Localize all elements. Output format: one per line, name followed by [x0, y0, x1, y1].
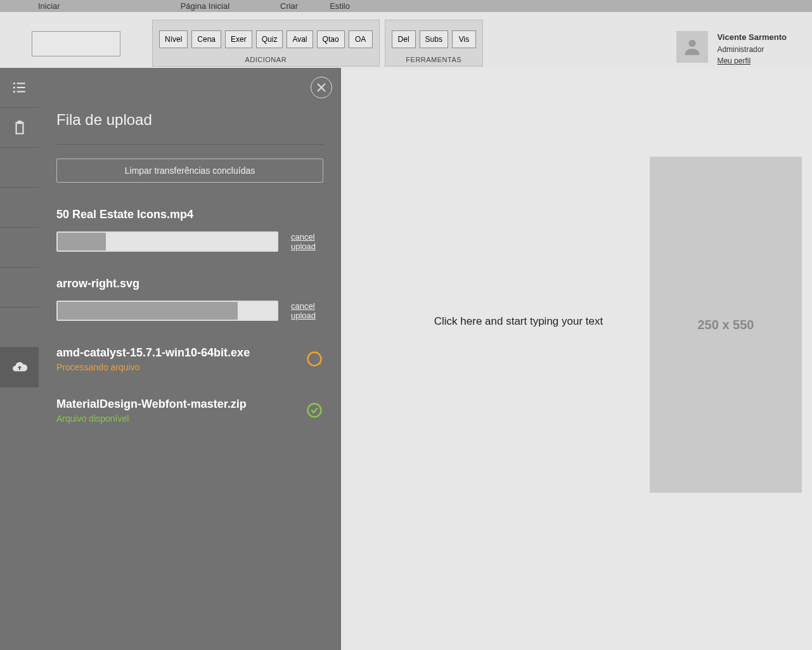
- cancel-upload-link[interactable]: cancel upload: [291, 232, 323, 251]
- progress-bar: [56, 301, 278, 321]
- panel-title: Fila de upload: [56, 111, 323, 129]
- list-icon: [11, 79, 28, 96]
- svg-rect-2: [16, 82, 25, 84]
- nav-criar[interactable]: Criar: [267, 1, 311, 11]
- ribbon-group-ferramentas: Del Subs Vis FERRAMENTAS: [385, 20, 483, 67]
- rail-empty-4: [0, 268, 39, 308]
- user-role: Administrador: [717, 44, 787, 55]
- rail-empty-2: [0, 188, 39, 228]
- svg-point-7: [308, 353, 321, 366]
- btn-del[interactable]: Del: [392, 30, 416, 48]
- processing-icon: [306, 350, 323, 370]
- btn-qtao[interactable]: Qtao: [317, 30, 345, 48]
- svg-point-1: [13, 82, 15, 84]
- file-name: MaterialDesign-Webfont-master.zip: [56, 398, 306, 411]
- btn-quiz[interactable]: Quiz: [256, 30, 283, 48]
- rail-empty-3: [0, 228, 39, 268]
- rail-upload[interactable]: [0, 348, 39, 387]
- ferramentas-label: FERRAMENTAS: [385, 56, 482, 63]
- left-rail: [0, 68, 39, 650]
- ribbon-group-adicionar: Nível Cena Exer Quiz Aval Qtao OA ADICIO…: [152, 20, 380, 67]
- file-name: amd-catalyst-15.7.1-win10-64bit.exe: [56, 346, 306, 360]
- file-name: arrow-right.svg: [56, 277, 323, 290]
- user-profile-link[interactable]: Meu perfil: [717, 55, 787, 67]
- svg-point-5: [13, 91, 15, 93]
- image-placeholder[interactable]: 250 x 550: [650, 157, 802, 493]
- upload-item: 50 Real Estate Icons.mp4 cancel upload: [56, 208, 323, 252]
- btn-nivel[interactable]: Nível: [159, 30, 188, 48]
- progress-fill: [58, 302, 238, 320]
- btn-exer[interactable]: Exer: [225, 30, 252, 48]
- main: Fila de upload Limpar transferências con…: [0, 68, 812, 650]
- file-name: 50 Real Estate Icons.mp4: [56, 208, 323, 221]
- rail-clipboard[interactable]: [0, 108, 39, 148]
- cloud-upload-icon: [11, 359, 28, 375]
- rail-list[interactable]: [0, 68, 39, 108]
- ribbon-empty-box[interactable]: [32, 31, 120, 56]
- svg-point-8: [308, 404, 321, 417]
- close-icon: [317, 83, 326, 92]
- svg-rect-4: [16, 87, 25, 88]
- rail-empty-1: [0, 148, 39, 188]
- user-info: Vicente Sarmento Administrador Meu perfi…: [717, 31, 787, 67]
- btn-subs[interactable]: Subs: [420, 30, 448, 48]
- btn-oa[interactable]: OA: [349, 30, 373, 48]
- user-name: Vicente Sarmento: [717, 31, 787, 44]
- upload-item: amd-catalyst-15.7.1-win10-64bit.exe Proc…: [56, 346, 323, 372]
- done-icon: [306, 401, 323, 422]
- cancel-upload-link[interactable]: cancel upload: [291, 301, 323, 320]
- svg-point-0: [689, 40, 696, 47]
- btn-aval[interactable]: Aval: [287, 30, 313, 48]
- status-done-text: Arquivo disponível: [56, 413, 306, 424]
- progress-bar: [56, 231, 278, 252]
- content-text-placeholder[interactable]: Click here and start typing your text: [392, 315, 645, 328]
- close-button[interactable]: [311, 77, 332, 98]
- adicionar-label: ADICIONAR: [153, 56, 379, 63]
- clear-completed-button[interactable]: Limpar transferências concluídas: [56, 159, 323, 183]
- panel-divider: [56, 144, 323, 145]
- upload-panel: Fila de upload Limpar transferências con…: [39, 68, 341, 650]
- avatar[interactable]: [676, 31, 708, 63]
- user-icon: [681, 36, 703, 58]
- content-area: Click here and start typing your text 25…: [341, 68, 812, 650]
- nav-estilo[interactable]: Estilo: [317, 1, 363, 11]
- status-processing-text: Processando arquivo: [56, 362, 306, 372]
- svg-rect-6: [16, 91, 25, 92]
- user-area: Vicente Sarmento Administrador Meu perfi…: [676, 20, 812, 67]
- progress-fill: [58, 233, 106, 250]
- ribbon: Nível Cena Exer Quiz Aval Qtao OA ADICIO…: [0, 12, 812, 68]
- upload-item: MaterialDesign-Webfont-master.zip Arquiv…: [56, 398, 323, 424]
- upload-item: arrow-right.svg cancel upload: [56, 277, 323, 321]
- top-nav: Iniciar Página Inicial Criar Estilo: [0, 0, 812, 12]
- rail-empty-5: [0, 308, 39, 348]
- btn-cena[interactable]: Cena: [191, 30, 221, 48]
- nav-iniciar[interactable]: Iniciar: [25, 1, 73, 11]
- nav-pagina-inicial[interactable]: Página Inicial: [168, 1, 242, 11]
- svg-point-3: [13, 86, 15, 88]
- btn-vis[interactable]: Vis: [452, 30, 476, 48]
- clipboard-icon: [11, 119, 28, 136]
- ribbon-left-area: [0, 20, 152, 56]
